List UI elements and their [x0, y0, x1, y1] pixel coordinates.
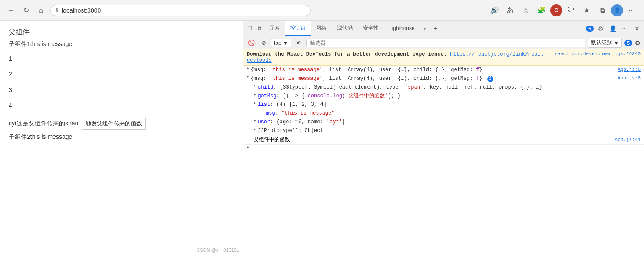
- download-line-content: Download the React DevTools for a better…: [247, 51, 555, 63]
- new-tab-button[interactable]: +: [430, 23, 441, 34]
- parent-log-line: 父组件中的函数 App.js:41: [243, 135, 644, 145]
- obj1-content: {msg: 'this is message', list: Array(4),…: [251, 66, 614, 74]
- level-label: 默认级别: [591, 39, 612, 46]
- filter-input[interactable]: [306, 39, 585, 47]
- list-item-4: 4: [9, 102, 234, 109]
- security-button[interactable]: 🛡: [564, 3, 578, 17]
- extensions-button[interactable]: 🧩: [535, 3, 548, 17]
- browser-actions: 🔊 あ ☆ 🧩 C 🛡 ★ ⧉ 👤 ⋯: [488, 3, 639, 17]
- obj1-toggle[interactable]: ▶: [247, 66, 249, 72]
- nav-buttons: ← ↻ ⌂: [5, 4, 47, 16]
- user-text: user: {age: 16, name: 'cyt'}: [258, 119, 345, 125]
- parent-log-source[interactable]: App.js:41: [615, 137, 641, 142]
- profile-avatar[interactable]: 👤: [611, 4, 623, 16]
- msg-content: msg: "this is message": [266, 109, 641, 117]
- devtools-device-button[interactable]: ⧉: [254, 24, 264, 33]
- home-button[interactable]: ⌂: [35, 4, 47, 16]
- devtools-settings-button[interactable]: ⚙: [595, 23, 606, 34]
- tab-console[interactable]: 控制台: [285, 21, 311, 36]
- list-item-2: 2: [9, 71, 234, 78]
- info-icon[interactable]: i: [487, 76, 493, 82]
- user-toggle[interactable]: ▶: [254, 118, 256, 124]
- getmsg-toggle[interactable]: ▶: [254, 92, 256, 98]
- obj1-text: {msg: 'this is message', list: Array(4),…: [251, 67, 482, 73]
- msg-text: msg: "this is message": [266, 110, 334, 116]
- devtools-close-button[interactable]: ✕: [632, 23, 642, 34]
- browser-chrome: ← ↻ ⌂ ℹ localhost:3000 🔊 あ ☆ 🧩 C 🛡 ★ ⧉ 👤…: [0, 0, 644, 21]
- obj1-line: ▶ {msg: 'this is message', list: Array(4…: [243, 66, 644, 74]
- context-chevron-icon: ▼: [283, 40, 288, 46]
- arrow-line: ▶: [243, 145, 644, 152]
- info-icon: ℹ: [56, 7, 58, 13]
- prototype-toggle[interactable]: ▶: [254, 127, 256, 133]
- level-selector[interactable]: 默认级别 ▼: [588, 38, 622, 48]
- toolbar-settings-button[interactable]: ⚙: [635, 40, 641, 46]
- devtools-inspect-button[interactable]: ☐: [245, 24, 254, 33]
- prototype-content: [[Prototype]]: Object: [258, 127, 641, 135]
- trigger-button[interactable]: 触发父组件传来的函数: [82, 118, 146, 130]
- download-devtools-line: Download the React DevTools for a better…: [243, 49, 644, 66]
- context-value: top: [274, 40, 281, 46]
- star-button[interactable]: ★: [580, 3, 594, 17]
- more-button[interactable]: ⋯: [625, 3, 639, 17]
- prototype-prop-line: ▶ [[Prototype]]: Object: [243, 126, 644, 135]
- refresh-button[interactable]: ↻: [20, 4, 32, 16]
- prototype-text: [[Prototype]]: Object: [258, 128, 323, 134]
- more-tabs-button[interactable]: »: [420, 23, 430, 34]
- error-badge: 5: [586, 26, 594, 32]
- devtools-person-button[interactable]: 👤: [608, 23, 618, 34]
- devtools-tab-actions: 5 ⚙ 👤 ⋯ ✕: [586, 23, 642, 34]
- back-button[interactable]: ←: [5, 4, 17, 16]
- devtools-more-button[interactable]: ⋯: [620, 23, 630, 34]
- list-item-1: 1: [9, 55, 234, 62]
- address-text: localhost:3000: [62, 7, 305, 14]
- obj1-source[interactable]: App.js:6: [618, 66, 641, 73]
- console-clear-button[interactable]: 🚫: [247, 38, 256, 48]
- msg-prop-line: msg: "this is message": [243, 109, 644, 118]
- getmsg-prop-line: ▶ getMsg: () => { console.log('父组件中的函数')…: [243, 92, 644, 100]
- cyt-text: cyt这是父组件传来的span: [9, 120, 78, 128]
- child-text: child: {$$typeof: Symbol(react.element),…: [258, 84, 542, 90]
- tab-lighthouse[interactable]: Lighthouse: [384, 21, 420, 36]
- getmsg-content: getMsg: () => { console.log('父组件中的函数'); …: [258, 92, 641, 100]
- watermark: CSDN @s－010101: [196, 247, 239, 254]
- devtools-tab-bar: ☐ ⧉ 元素 控制台 网络 源代码 安全性 Lighthouse » + 5 ⚙…: [243, 21, 644, 36]
- tab-security[interactable]: 安全性: [358, 21, 384, 36]
- read-aloud-button[interactable]: 🔊: [488, 3, 502, 17]
- obj2-content: {msg: 'this is message', list: Array(4),…: [251, 75, 614, 82]
- tab-network[interactable]: 网络: [311, 21, 332, 36]
- favorites-button[interactable]: ☆: [519, 3, 533, 17]
- obj2-source[interactable]: App.js:6: [618, 75, 641, 82]
- child-prop-line: ▶ child: {$$typeof: Symbol(react.element…: [243, 83, 644, 92]
- cyt-section: cyt这是父组件传来的span 触发父组件传来的函数: [9, 118, 234, 130]
- obj2-line: ▼ {msg: 'this is message', list: Array(4…: [243, 74, 644, 83]
- page-content: 父组件 子组件1this is message 1 2 3 4 cyt这是父组件…: [0, 21, 243, 257]
- download-source[interactable]: react-dom.development.js:29840: [555, 51, 641, 56]
- console-badge: 5: [624, 40, 632, 46]
- address-bar[interactable]: ℹ localhost:3000: [50, 5, 311, 16]
- list-text: list: (4) [1, 2, 3, 4]: [258, 102, 326, 108]
- c-extension-icon[interactable]: C: [550, 4, 562, 16]
- tab-elements[interactable]: 元素: [264, 21, 285, 36]
- obj2-toggle[interactable]: ▼: [247, 75, 249, 81]
- child2-label: 子组件2this is message: [9, 133, 234, 141]
- translate-button[interactable]: あ: [503, 3, 517, 17]
- getmsg-text: getMsg: () => { console.log('父组件中的函数'); …: [258, 93, 400, 99]
- console-filter-button[interactable]: ⊘: [259, 38, 268, 48]
- arrow-toggle[interactable]: ▶: [247, 145, 249, 151]
- collections-button[interactable]: ⧉: [595, 3, 609, 17]
- context-selector[interactable]: top ▼: [271, 39, 291, 47]
- list-items: 1 2 3 4: [9, 55, 234, 109]
- list-item-3: 3: [9, 86, 234, 93]
- list-prop-line: ▶ list: (4) [1, 2, 3, 4]: [243, 100, 644, 109]
- user-prop-line: ▶ user: {age: 16, name: 'cyt'}: [243, 118, 644, 126]
- devtools-toolbar: 🚫 ⊘ top ▼ 👁 默认级别 ▼ 5 ⚙: [243, 36, 644, 49]
- level-chevron-icon: ▼: [614, 40, 619, 46]
- eye-button[interactable]: 👁: [294, 38, 304, 48]
- list-toggle[interactable]: ▶: [254, 101, 256, 107]
- child-toggle[interactable]: ▶: [254, 83, 256, 89]
- child-content: child: {$$typeof: Symbol(react.element),…: [258, 83, 641, 91]
- tab-sources[interactable]: 源代码: [332, 21, 358, 36]
- parent-log-text: 父组件中的函数: [254, 136, 611, 143]
- user-content: user: {age: 16, name: 'cyt'}: [258, 118, 641, 126]
